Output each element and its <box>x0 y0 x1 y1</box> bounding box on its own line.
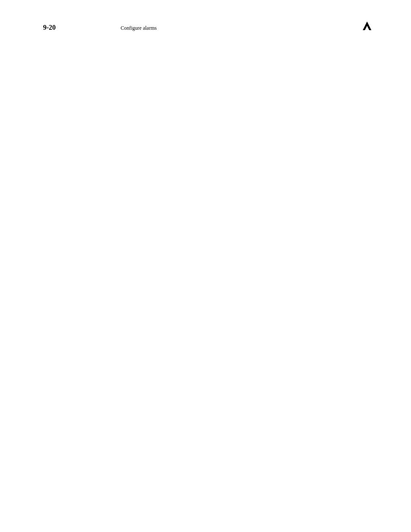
page-number: 9-20 <box>43 24 56 31</box>
publisher-logo-icon <box>362 21 372 31</box>
chapter-title: Configure alarms <box>121 25 157 31</box>
